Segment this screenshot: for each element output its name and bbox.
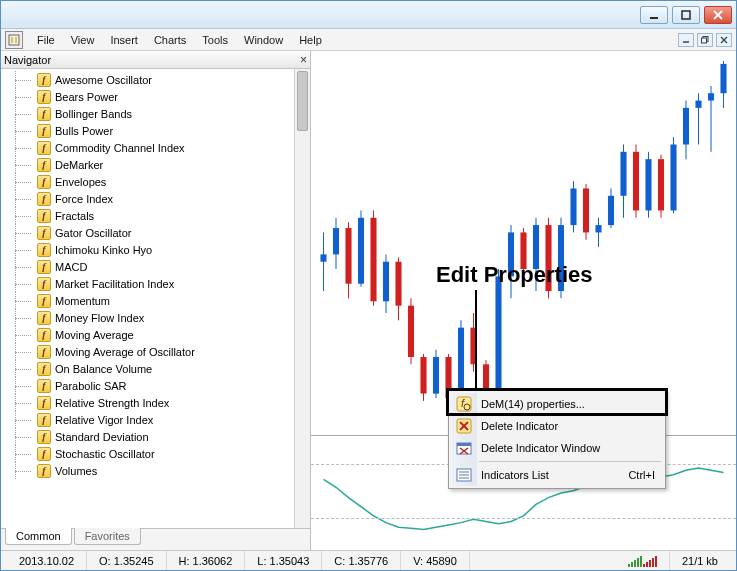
tab-favorites[interactable]: Favorites	[74, 528, 141, 545]
indicator-item[interactable]: fEnvelopes	[1, 173, 294, 190]
indicator-item[interactable]: fParabolic SAR	[1, 377, 294, 394]
indicator-tree: fAwesome OscillatorfBears PowerfBollinge…	[1, 69, 294, 528]
indicator-item[interactable]: fMomentum	[1, 292, 294, 309]
svg-rect-9	[702, 38, 707, 43]
cm-delete-indicator[interactable]: Delete Indicator	[451, 415, 663, 437]
svg-rect-4	[9, 35, 19, 45]
indicator-item[interactable]: fGator Oscillator	[1, 224, 294, 241]
indicator-item[interactable]: fMACD	[1, 258, 294, 275]
connection-bars-icon	[628, 555, 657, 567]
svg-rect-27	[408, 306, 414, 357]
function-icon: f	[37, 277, 51, 291]
indicator-ref-lower	[311, 518, 736, 519]
svg-rect-31	[433, 357, 439, 394]
chart-area[interactable]: Edit Properties f DeM(14) properties... …	[311, 51, 736, 550]
indicator-item[interactable]: fFractals	[1, 207, 294, 224]
navigator-close-icon[interactable]: ×	[300, 53, 307, 67]
indicator-item[interactable]: fRelative Vigor Index	[1, 411, 294, 428]
cm-properties-label: DeM(14) properties...	[481, 398, 585, 410]
indicator-item[interactable]: fCommodity Channel Index	[1, 139, 294, 156]
indicator-item[interactable]: fStandard Deviation	[1, 428, 294, 445]
minimize-button[interactable]	[640, 6, 668, 24]
sb-open: O: 1.35245	[87, 551, 166, 570]
sb-close: C: 1.35776	[322, 551, 401, 570]
sb-connection	[616, 551, 670, 570]
menu-tools[interactable]: Tools	[194, 31, 236, 49]
function-icon: f	[37, 175, 51, 189]
titlebar	[1, 1, 736, 29]
maximize-button[interactable]	[672, 6, 700, 24]
function-icon: f	[37, 107, 51, 121]
menu-charts[interactable]: Charts	[146, 31, 194, 49]
indicator-item[interactable]: fVolumes	[1, 462, 294, 479]
svg-rect-13	[320, 254, 326, 261]
indicator-label: Market Facilitation Index	[55, 278, 174, 290]
svg-rect-29	[420, 357, 426, 394]
function-icon: f	[37, 413, 51, 427]
indicator-label: Relative Strength Index	[55, 397, 169, 409]
sb-low: L: 1.35043	[245, 551, 322, 570]
sb-date: 2013.10.02	[7, 551, 87, 570]
cm-indicators-list[interactable]: Indicators List Ctrl+I	[451, 464, 663, 486]
svg-rect-55	[583, 188, 589, 232]
svg-rect-77	[720, 64, 726, 93]
svg-rect-61	[620, 152, 626, 196]
indicator-item[interactable]: fMoving Average of Oscillator	[1, 343, 294, 360]
cm-properties[interactable]: f DeM(14) properties...	[451, 393, 663, 415]
cm-delete-indicator-label: Delete Indicator	[481, 420, 558, 432]
indicator-item[interactable]: fBears Power	[1, 88, 294, 105]
function-icon: f	[37, 362, 51, 376]
indicator-item[interactable]: fForce Index	[1, 190, 294, 207]
indicator-item[interactable]: fMarket Facilitation Index	[1, 275, 294, 292]
function-icon: f	[37, 464, 51, 478]
svg-rect-53	[570, 188, 576, 225]
indicator-label: Commodity Channel Index	[55, 142, 185, 154]
close-button[interactable]	[704, 6, 732, 24]
indicator-label: DeMarker	[55, 159, 103, 171]
menu-window[interactable]: Window	[236, 31, 291, 49]
navigator-panel: Navigator × fAwesome OscillatorfBears Po…	[1, 51, 311, 550]
function-icon: f	[37, 141, 51, 155]
indicator-item[interactable]: fDeMarker	[1, 156, 294, 173]
svg-rect-15	[333, 228, 339, 254]
svg-rect-25	[395, 262, 401, 306]
function-icon: f	[37, 209, 51, 223]
indicator-item[interactable]: fStochastic Oscillator	[1, 445, 294, 462]
indicator-item[interactable]: fMoving Average	[1, 326, 294, 343]
indicator-label: Fractals	[55, 210, 94, 222]
scrollbar-thumb[interactable]	[297, 71, 308, 131]
svg-rect-6	[15, 37, 17, 43]
indicator-item[interactable]: fBulls Power	[1, 122, 294, 139]
function-icon: f	[37, 379, 51, 393]
indicator-item[interactable]: fAwesome Oscillator	[1, 71, 294, 88]
menu-file[interactable]: File	[29, 31, 63, 49]
menu-insert[interactable]: Insert	[102, 31, 146, 49]
indicator-item[interactable]: fBollinger Bands	[1, 105, 294, 122]
annotation-label: Edit Properties	[436, 262, 592, 288]
indicator-label: Bulls Power	[55, 125, 113, 137]
tab-common[interactable]: Common	[5, 528, 72, 545]
function-icon: f	[37, 90, 51, 104]
indicator-label: Moving Average of Oscillator	[55, 346, 195, 358]
mdi-minimize-button[interactable]	[678, 33, 694, 47]
svg-rect-67	[658, 159, 664, 210]
indicator-item[interactable]: fMoney Flow Index	[1, 309, 294, 326]
indicator-item[interactable]: fOn Balance Volume	[1, 360, 294, 377]
indicator-item[interactable]: fRelative Strength Index	[1, 394, 294, 411]
navigator-scrollbar[interactable]	[294, 69, 310, 528]
menu-view[interactable]: View	[63, 31, 103, 49]
mdi-close-button[interactable]	[716, 33, 732, 47]
function-icon: f	[37, 345, 51, 359]
svg-rect-75	[708, 93, 714, 100]
indicator-label: Standard Deviation	[55, 431, 149, 443]
indicator-item[interactable]: fIchimoku Kinko Hyo	[1, 241, 294, 258]
cm-delete-window-label: Delete Indicator Window	[481, 442, 600, 454]
mdi-restore-button[interactable]	[697, 33, 713, 47]
cm-delete-window[interactable]: Delete Indicator Window	[451, 437, 663, 459]
menu-help[interactable]: Help	[291, 31, 330, 49]
cm-separator	[479, 461, 661, 462]
indicator-label: Money Flow Index	[55, 312, 144, 324]
indicator-label: On Balance Volume	[55, 363, 152, 375]
function-icon: f	[37, 124, 51, 138]
properties-icon: f	[456, 396, 472, 412]
